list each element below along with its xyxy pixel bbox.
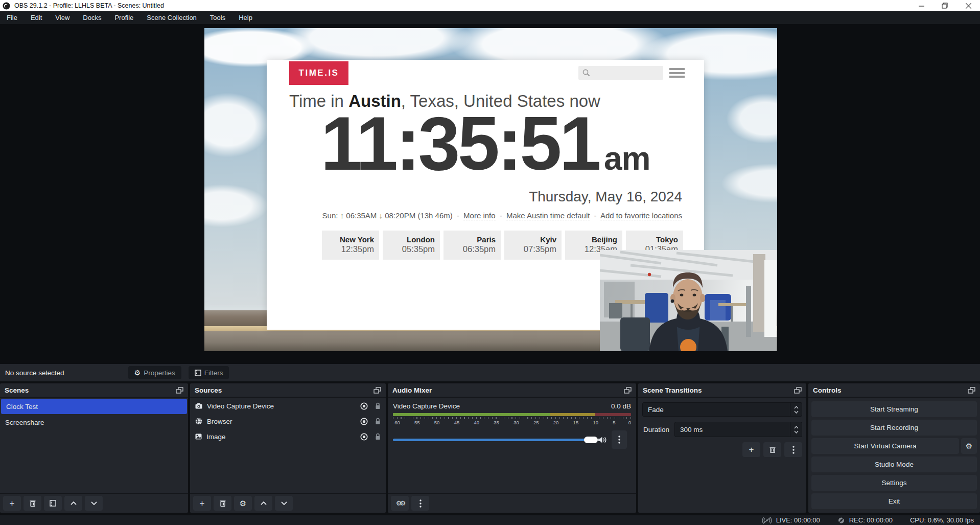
chevron-up-icon xyxy=(794,426,799,429)
menu-profile[interactable]: Profile xyxy=(108,11,140,24)
properties-button[interactable]: ⚙ Properties xyxy=(128,366,181,379)
clock-row: 11:35:51am xyxy=(267,104,704,183)
menu-docks[interactable]: Docks xyxy=(76,11,108,24)
gear-icon: ⚙ xyxy=(134,369,141,377)
select-arrows[interactable] xyxy=(790,403,802,416)
menu-edit[interactable]: Edit xyxy=(24,11,49,24)
minimize-button[interactable] xyxy=(909,0,933,11)
speaker-icon[interactable] xyxy=(598,436,607,444)
volume-slider[interactable] xyxy=(393,439,593,441)
add-source-button[interactable]: + xyxy=(193,496,211,511)
scene-item-clock-test[interactable]: Clock Test xyxy=(1,399,187,414)
record-inactive-icon xyxy=(837,517,845,524)
window-title: OBS 29.1.2 - Profile: LLHLS BETA - Scene… xyxy=(14,2,164,9)
gear-icon: ⚙ xyxy=(966,442,972,451)
scene-item-screenshare[interactable]: Screenshare xyxy=(0,415,188,430)
menu-bar: File Edit View Docks Profile Scene Colle… xyxy=(0,11,980,24)
controls-title: Controls xyxy=(813,386,842,394)
popout-icon[interactable] xyxy=(176,387,183,394)
add-transition-button[interactable]: + xyxy=(742,442,760,457)
volume-slider-handle[interactable] xyxy=(584,437,598,443)
visibility-icon[interactable] xyxy=(360,433,368,441)
start-recording-button[interactable]: Start Recording xyxy=(811,420,977,436)
source-up-button[interactable] xyxy=(254,496,272,511)
mixer-level-db: 0.0 dB xyxy=(611,402,631,410)
volume-meter-ticks xyxy=(393,417,631,419)
rec-timer: REC: 00:00:00 xyxy=(849,516,893,524)
globe-icon xyxy=(195,418,202,425)
city-box[interactable]: Kyiv07:35pm xyxy=(504,231,562,260)
remove-source-button[interactable] xyxy=(214,496,231,511)
filters-button[interactable]: Filters xyxy=(189,366,229,379)
more-info-link[interactable]: More info xyxy=(463,211,496,220)
source-toolbar: No source selected ⚙ Properties Filters xyxy=(0,364,980,381)
search-icon xyxy=(582,69,590,77)
transition-menu-button[interactable] xyxy=(784,442,802,457)
visibility-icon[interactable] xyxy=(360,418,368,425)
search-input[interactable] xyxy=(578,66,663,80)
sources-title: Sources xyxy=(195,386,222,394)
chevron-down-icon xyxy=(91,501,97,505)
city-box[interactable]: London05:35pm xyxy=(383,231,440,260)
minimize-icon xyxy=(919,3,924,9)
lock-icon[interactable] xyxy=(375,418,381,425)
remove-transition-button[interactable] xyxy=(763,442,781,457)
scene-down-button[interactable] xyxy=(85,496,103,511)
menu-help[interactable]: Help xyxy=(232,11,259,24)
duration-spinner[interactable] xyxy=(790,422,802,437)
hamburger-menu-icon[interactable] xyxy=(669,68,685,78)
exit-button[interactable]: Exit xyxy=(811,493,977,509)
virtual-camera-config-button[interactable]: ⚙ xyxy=(961,438,977,454)
add-favorite-link[interactable]: Add to favorite locations xyxy=(600,211,682,220)
city-box[interactable]: Paris06:35pm xyxy=(444,231,501,260)
trash-icon xyxy=(30,500,36,507)
popout-icon[interactable] xyxy=(968,387,975,394)
trash-icon xyxy=(769,446,776,453)
popout-icon[interactable] xyxy=(624,387,632,394)
source-item-video-capture[interactable]: Video Capture Device xyxy=(190,398,386,414)
menu-scene-collection[interactable]: Scene Collection xyxy=(140,11,203,24)
filter-icon xyxy=(50,500,56,507)
advanced-audio-button[interactable]: ⚙⚙ xyxy=(391,496,409,511)
menu-view[interactable]: View xyxy=(49,11,76,24)
studio-mode-button[interactable]: Studio Mode xyxy=(811,456,977,472)
scene-filters-button[interactable] xyxy=(44,496,62,511)
mixer-channel-menu-button[interactable] xyxy=(612,430,627,449)
scene-up-button[interactable] xyxy=(64,496,82,511)
popout-icon[interactable] xyxy=(794,387,802,394)
source-item-browser[interactable]: Browser xyxy=(190,414,386,429)
add-scene-button[interactable]: + xyxy=(3,496,21,511)
controls-panel: Controls Start Streaming Start Recording… xyxy=(808,383,980,513)
filter-icon xyxy=(195,370,201,376)
make-default-link[interactable]: Make Austin time default xyxy=(506,211,590,220)
program-preview[interactable]: TIME.IS Time in Austin, Texas, United St… xyxy=(204,28,777,351)
restore-button[interactable] xyxy=(933,0,956,11)
duration-input[interactable]: 300 ms xyxy=(674,422,802,437)
dots-vertical-icon xyxy=(618,436,620,444)
lock-icon[interactable] xyxy=(375,402,381,409)
image-icon xyxy=(195,433,202,440)
city-box[interactable]: New York12:35pm xyxy=(322,231,379,260)
settings-button[interactable]: Settings xyxy=(811,475,977,491)
menu-tools[interactable]: Tools xyxy=(203,11,232,24)
menu-file[interactable]: File xyxy=(0,11,24,24)
close-button[interactable] xyxy=(956,0,980,11)
obs-logo-icon xyxy=(3,2,10,10)
chevron-down-icon xyxy=(794,410,799,414)
transition-select[interactable]: Fade xyxy=(642,402,802,417)
start-streaming-button[interactable]: Start Streaming xyxy=(811,401,977,417)
source-properties-button[interactable]: ⚙ xyxy=(234,496,252,511)
start-virtual-camera-button[interactable]: Start Virtual Camera xyxy=(811,438,959,454)
popout-icon[interactable] xyxy=(374,387,381,394)
webcam-scene xyxy=(600,250,777,351)
lock-icon[interactable] xyxy=(375,433,381,440)
docks-area: No source selected ⚙ Properties Filters … xyxy=(0,364,980,515)
source-item-image[interactable]: Image xyxy=(190,429,386,444)
preview-background: TIME.IS Time in Austin, Texas, United St… xyxy=(0,24,980,364)
remove-scene-button[interactable] xyxy=(24,496,41,511)
source-down-button[interactable] xyxy=(275,496,293,511)
mixer-menu-button[interactable] xyxy=(411,496,429,511)
chevron-up-icon xyxy=(794,406,799,409)
visibility-icon[interactable] xyxy=(360,402,368,410)
status-bar: LIVE: 00:00:00 REC: 00:00:00 CPU: 0.6%, … xyxy=(0,515,980,525)
